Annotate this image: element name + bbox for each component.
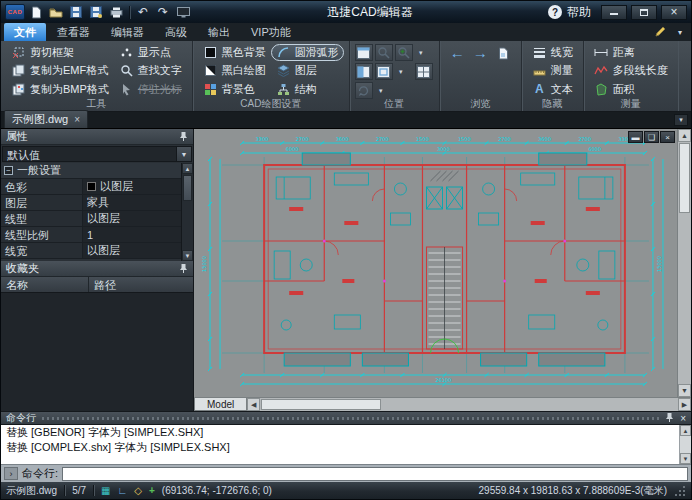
canvas-horizontal-scrollbar[interactable]: ◀ ▶: [247, 398, 691, 411]
scroll-down-icon[interactable]: ▼: [680, 453, 691, 464]
scroll-down-icon[interactable]: ▼: [182, 250, 193, 261]
panel-close-icon[interactable]: ×: [680, 413, 686, 424]
tab-close-icon[interactable]: ×: [74, 114, 80, 125]
close-button[interactable]: ×: [661, 5, 687, 20]
app-logo-icon: CAD: [5, 4, 25, 20]
properties-scrollbar[interactable]: ▲ ▼: [181, 163, 193, 261]
monitor-icon[interactable]: [174, 4, 192, 20]
minimize-button[interactable]: [601, 5, 627, 20]
open-folder-icon[interactable]: [47, 4, 65, 20]
structure-button[interactable]: 结构: [271, 81, 344, 98]
black-bg-button[interactable]: 黑色背景: [198, 44, 271, 61]
favorites-col-name[interactable]: 名称: [1, 277, 89, 292]
scroll-up-icon[interactable]: ▲: [678, 129, 691, 142]
cad-drawing[interactable]: 330027003600 270015001500 270036002700 3…: [194, 129, 677, 397]
line-width-toggle[interactable]: 线宽: [527, 44, 578, 61]
canvas-vertical-scrollbar[interactable]: ▲ ▼: [677, 129, 691, 397]
forward-icon[interactable]: →: [473, 46, 488, 60]
property-section[interactable]: − 一般设置: [1, 163, 181, 179]
toolbar-options-caret-icon[interactable]: ▾: [672, 25, 688, 39]
favorites-list[interactable]: [1, 293, 193, 411]
grid-view-icon[interactable]: [415, 63, 433, 80]
property-row[interactable]: 线型比例 1: [1, 227, 181, 243]
command-prompt-icon[interactable]: ›: [4, 467, 18, 480]
tab-vip[interactable]: VIP功能: [241, 23, 301, 41]
layers-button[interactable]: 图层: [271, 62, 344, 79]
property-row[interactable]: 线型 以图层: [1, 211, 181, 227]
pan-view-icon[interactable]: [355, 63, 373, 80]
align-window-icon[interactable]: [355, 44, 373, 61]
command-history-scrollbar[interactable]: ▲ ▼: [679, 425, 691, 464]
scrollbar-thumb[interactable]: [261, 399, 381, 410]
polar-tracking-icon[interactable]: +: [149, 486, 155, 496]
scrollbar-thumb[interactable]: [679, 143, 690, 213]
area-button[interactable]: 面积: [589, 81, 673, 98]
zoom-caret-icon[interactable]: ▾: [415, 44, 427, 61]
page-preview-icon[interactable]: [496, 46, 511, 60]
bw-drawing-button[interactable]: 黑白绘图: [198, 62, 271, 79]
pin-icon[interactable]: [665, 412, 674, 424]
tab-editor[interactable]: 编辑器: [101, 23, 154, 41]
scroll-right-icon[interactable]: ▶: [678, 398, 691, 411]
save-icon[interactable]: [67, 4, 85, 20]
smooth-arc-button[interactable]: 圆滑弧形: [271, 44, 344, 61]
drawing-viewport[interactable]: ▬ ❏ ×: [194, 129, 677, 397]
pencil-icon[interactable]: [652, 25, 668, 39]
help-icon[interactable]: ?: [548, 5, 562, 19]
command-history[interactable]: 替换 [GBENOR] 字体为 [SIMPLEX.SHX] 替换 [COMPLE…: [1, 424, 691, 464]
print-icon[interactable]: [107, 4, 125, 20]
redo-icon[interactable]: ↷: [154, 4, 172, 20]
drag-grip[interactable]: [42, 417, 659, 420]
preset-dropdown[interactable]: 默认值 ▼: [2, 146, 192, 162]
tab-advanced[interactable]: 高级: [155, 23, 197, 41]
tab-file[interactable]: 文件: [4, 23, 46, 41]
scroll-up-icon[interactable]: ▲: [680, 425, 691, 436]
mdi-minimize-icon[interactable]: ▬: [628, 131, 643, 143]
maximize-button[interactable]: [631, 5, 657, 20]
tab-output[interactable]: 输出: [198, 23, 240, 41]
property-row[interactable]: 线宽 以图层: [1, 243, 181, 259]
mdi-close-icon[interactable]: ×: [660, 131, 675, 143]
tab-viewer[interactable]: 查看器: [47, 23, 100, 41]
text-toggle[interactable]: A 文本: [527, 81, 578, 98]
tab-list-caret-icon[interactable]: ▾: [674, 114, 688, 126]
property-row[interactable]: 色彩 以图层: [1, 179, 181, 195]
zoom-window-icon[interactable]: [375, 44, 393, 61]
zoom-in-icon[interactable]: [395, 44, 413, 61]
bg-color-button[interactable]: 背景色: [198, 81, 271, 98]
object-snap-icon[interactable]: ◇: [134, 486, 142, 496]
scroll-up-icon[interactable]: ▲: [182, 163, 193, 174]
document-tab-active[interactable]: 示例图.dwg ×: [4, 110, 88, 128]
cut-frame-button[interactable]: 剪切框架: [6, 44, 114, 61]
fit-view-icon[interactable]: [375, 63, 393, 80]
scroll-left-icon[interactable]: ◀: [247, 398, 260, 411]
undo-icon[interactable]: ↶: [134, 4, 152, 20]
measure-toggle[interactable]: 测量: [527, 62, 578, 79]
chevron-down-icon[interactable]: ▼: [176, 147, 191, 161]
scrollbar-thumb[interactable]: [183, 175, 192, 201]
mdi-restore-icon[interactable]: ❏: [644, 131, 659, 143]
show-points-button[interactable]: 显示点: [114, 44, 187, 61]
find-text-button[interactable]: 查找文字: [114, 62, 187, 79]
save-as-icon[interactable]: [87, 4, 105, 20]
copy-emf-button[interactable]: 复制为EMF格式: [6, 62, 114, 79]
polyline-length-button[interactable]: 多段线长度: [589, 62, 673, 79]
help-label[interactable]: 帮助: [567, 4, 591, 21]
model-tab[interactable]: Model: [194, 398, 247, 411]
pin-icon[interactable]: [179, 131, 188, 143]
ortho-mode-icon[interactable]: ∟: [117, 486, 127, 496]
scroll-down-icon[interactable]: ▼: [678, 384, 691, 397]
property-row[interactable]: 图层 家具: [1, 195, 181, 211]
command-input[interactable]: [62, 467, 688, 481]
new-file-icon[interactable]: [27, 4, 45, 20]
favorites-col-path[interactable]: 路径: [89, 277, 193, 292]
distance-button[interactable]: 距离: [589, 44, 673, 61]
copy-bmp-button[interactable]: 复制为BMP格式: [6, 81, 114, 98]
resize-grip[interactable]: [674, 485, 686, 497]
pan-caret-icon[interactable]: ▾: [395, 63, 407, 80]
command-panel-header[interactable]: 命令行 ×: [1, 411, 691, 424]
back-icon[interactable]: ←: [450, 46, 465, 60]
collapse-icon[interactable]: −: [4, 166, 13, 175]
pin-icon[interactable]: [179, 263, 188, 275]
grid-snap-icon[interactable]: ▦: [101, 486, 110, 496]
